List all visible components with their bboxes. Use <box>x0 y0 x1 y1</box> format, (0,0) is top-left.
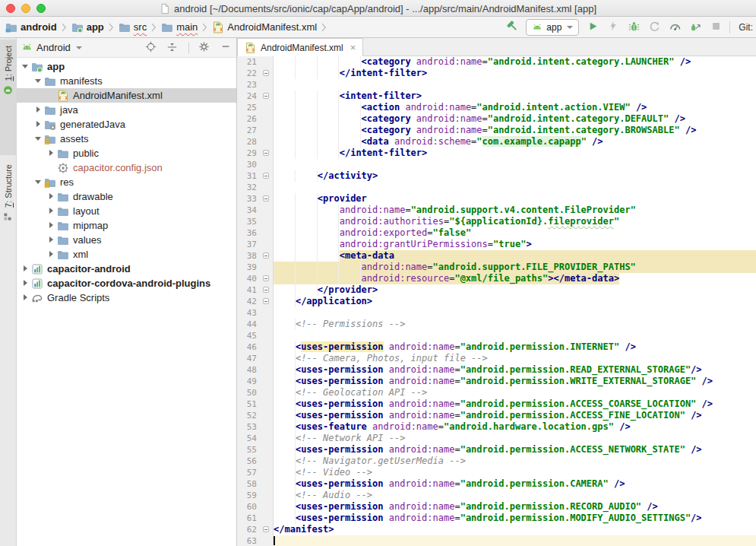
expand-arrow-icon[interactable] <box>47 250 55 259</box>
project-view-selector[interactable]: Android <box>36 42 71 53</box>
code-line[interactable]: 50 <!-- Geolocation API --> <box>237 387 756 398</box>
code-line[interactable]: 51 <uses-permission android:name="androi… <box>237 398 756 410</box>
breadcrumb-item[interactable]: main <box>160 21 198 33</box>
code-line[interactable]: 62</manifest> <box>237 524 756 535</box>
tool-window-button-project[interactable]: 1: Project <box>0 40 16 155</box>
code-line[interactable]: 21 <category android:name="android.inten… <box>237 56 756 68</box>
code-line[interactable]: 52 <uses-permission android:name="androi… <box>237 410 756 421</box>
code-line[interactable]: 58 <uses-permission android:name="androi… <box>237 478 756 490</box>
breadcrumb-item[interactable]: app <box>71 21 105 33</box>
tab-android-manifest[interactable]: AndroidManifest.xml × <box>237 38 363 56</box>
expand-arrow-icon[interactable] <box>47 149 55 157</box>
code-line[interactable]: 48 <uses-permission android:name="androi… <box>237 364 756 376</box>
fold-marker-icon[interactable] <box>263 298 269 304</box>
code-line[interactable]: 40 android:resource="@xml/file_paths"></… <box>237 273 756 284</box>
code-line[interactable]: 44 <!-- Permissions --> <box>237 319 756 330</box>
tree-row[interactable]: java <box>17 103 236 117</box>
coverage-button[interactable] <box>647 21 661 34</box>
code-line[interactable]: 37 android:grantUriPermissions="true"> <box>237 239 756 250</box>
breadcrumb-item[interactable]: src <box>118 21 147 33</box>
tree-row[interactable]: mipmap <box>17 218 236 233</box>
code-line[interactable]: 61 <uses-permission android:name="androi… <box>237 513 756 524</box>
code-line[interactable]: 33 <provider <box>237 193 756 205</box>
code-line[interactable]: 25 <action android:name="android.intent.… <box>237 102 756 113</box>
code-line[interactable]: 49 <uses-permission android:name="androi… <box>237 376 756 387</box>
code-line[interactable]: 56 <!-- Navigator.getUserMedia --> <box>237 456 756 467</box>
attach-debugger-button[interactable] <box>688 21 702 34</box>
profiler-button[interactable] <box>668 21 682 34</box>
expand-arrow-icon[interactable] <box>47 221 55 230</box>
code-line[interactable]: 28 <data android:scheme="com.example.cap… <box>237 136 756 148</box>
code-line[interactable]: 55 <uses-permission android:name="androi… <box>237 444 756 456</box>
code-editor[interactable]: 21 <category android:name="android.inten… <box>237 56 756 546</box>
tree-row[interactable]: capacitor-android <box>17 262 236 276</box>
fold-marker-icon[interactable] <box>263 173 269 179</box>
code-line[interactable]: 30 <box>237 159 756 170</box>
code-line[interactable]: 59 <!-- Audio --> <box>237 490 756 501</box>
code-line[interactable]: 39 android:name="android.support.FILE_PR… <box>237 262 756 273</box>
tree-row[interactable]: generatedJava <box>17 117 236 132</box>
tree-row[interactable]: res <box>17 175 236 189</box>
code-line[interactable]: 26 <category android:name="android.inten… <box>237 113 756 125</box>
expand-arrow-icon[interactable] <box>21 265 30 273</box>
fold-marker-icon[interactable] <box>263 70 269 76</box>
debug-button[interactable] <box>627 21 641 34</box>
expand-arrow-icon[interactable] <box>21 294 30 302</box>
expand-arrow-icon[interactable] <box>34 120 43 129</box>
apply-changes-button[interactable] <box>606 21 620 34</box>
code-line[interactable]: 23 <box>237 79 756 90</box>
chevron-down-icon[interactable] <box>76 46 82 49</box>
expand-arrow-icon[interactable] <box>21 279 30 287</box>
tool-window-button-structure[interactable]: 7: Structure <box>0 158 16 280</box>
fold-marker-icon[interactable] <box>263 93 269 99</box>
expand-arrow-icon[interactable] <box>34 77 43 85</box>
stop-button[interactable] <box>709 21 723 34</box>
panel-settings-button[interactable] <box>198 41 210 54</box>
fold-marker-icon[interactable] <box>263 526 269 532</box>
code-line[interactable]: 42 </application> <box>237 296 756 307</box>
code-line[interactable]: 63 <box>237 535 756 546</box>
tree-row[interactable]: xml <box>17 247 236 262</box>
collapse-all-button[interactable] <box>166 41 179 54</box>
code-line[interactable]: 45 <box>237 330 756 341</box>
tree-row[interactable]: AndroidManifest.xml <box>17 88 236 103</box>
fold-marker-icon[interactable] <box>263 287 269 293</box>
code-line[interactable]: 46 <uses-permission android:name="androi… <box>237 341 756 353</box>
breadcrumb-item[interactable]: AndroidManifest.xml <box>211 21 318 33</box>
tree-row[interactable]: assets <box>17 132 236 146</box>
code-line[interactable]: 38 <meta-data <box>237 250 756 262</box>
run-button[interactable] <box>586 21 599 34</box>
code-line[interactable]: 24 <intent-filter> <box>237 90 756 102</box>
code-line[interactable]: 60 <uses-permission android:name="androi… <box>237 501 756 513</box>
fold-marker-icon[interactable] <box>263 275 269 281</box>
tree-row[interactable]: values <box>17 233 236 247</box>
code-line[interactable]: 27 <category android:name="android.inten… <box>237 125 756 136</box>
expand-arrow-icon[interactable] <box>34 178 43 186</box>
expand-arrow-icon[interactable] <box>47 207 55 215</box>
tree-row[interactable]: capacitor-cordova-android-plugins <box>17 276 236 290</box>
expand-arrow-icon[interactable] <box>47 236 55 244</box>
expand-arrow-icon[interactable] <box>34 106 43 114</box>
fold-marker-icon[interactable] <box>263 150 269 156</box>
tree-row[interactable]: app <box>17 59 236 74</box>
code-line[interactable]: 54 <!-- Network API --> <box>237 433 756 444</box>
fold-marker-icon[interactable] <box>263 252 269 259</box>
code-line[interactable]: 32 <box>237 182 756 193</box>
code-line[interactable]: 35 android:authorities="${applicationId}… <box>237 216 756 227</box>
tab-close-icon[interactable]: × <box>350 43 356 52</box>
code-line[interactable]: 47 <!-- Camera, Photos, input file --> <box>237 353 756 364</box>
breadcrumb-item[interactable]: android <box>5 21 58 33</box>
tree-row[interactable]: drawable <box>17 189 236 204</box>
code-line[interactable]: 31 </activity> <box>237 170 756 182</box>
tree-row[interactable]: manifests <box>17 74 236 88</box>
code-line[interactable]: 43 <box>237 307 756 319</box>
run-config-selector[interactable]: app <box>526 19 579 36</box>
code-line[interactable]: 41 </provider> <box>237 284 756 296</box>
expand-arrow-icon[interactable] <box>34 135 43 143</box>
code-line[interactable]: 57 <!-- Video --> <box>237 467 756 478</box>
code-line[interactable]: 22 </intent-filter> <box>237 68 756 79</box>
code-line[interactable]: 53 <uses-feature android:name="android.h… <box>237 421 756 433</box>
hide-panel-button[interactable] <box>219 41 232 54</box>
code-line[interactable]: 29 </intent-filter> <box>237 148 756 159</box>
tree-row[interactable]: Gradle Scripts <box>17 290 236 305</box>
